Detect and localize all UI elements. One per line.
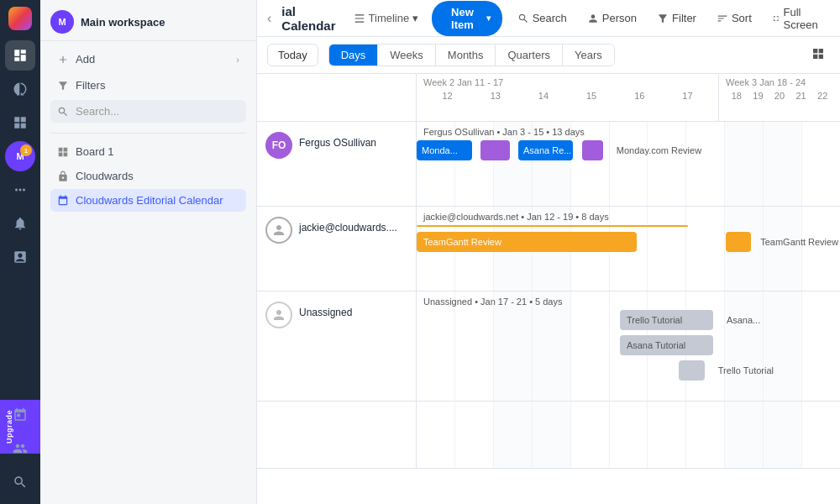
- tab-years[interactable]: Years: [563, 45, 614, 66]
- row-jackie: jackie@cloudwards....: [257, 207, 840, 291]
- sidebar-item-cloudwards[interactable]: Cloudwards: [50, 165, 246, 187]
- sidebar-header: M Main workspace: [40, 0, 256, 41]
- sidebar: M Main workspace Add › Filters Search...…: [40, 0, 257, 504]
- jackie-event-yellow2[interactable]: [726, 232, 751, 252]
- filter-action[interactable]: Filter: [648, 8, 705, 29]
- sort-action[interactable]: Sort: [708, 8, 760, 29]
- w2d1: 12: [423, 91, 471, 101]
- search-label: Search: [533, 12, 567, 24]
- jackie-event-teamgantt-label: TeamGantt Review: [755, 232, 840, 252]
- nav-home[interactable]: [5, 40, 35, 71]
- unassigned-event-grey-small[interactable]: [679, 360, 704, 381]
- calendar-toolbar: Today Days Weeks Months Quarters Years: [257, 37, 840, 74]
- app-logo[interactable]: [8, 7, 32, 30]
- nav-workspaces[interactable]: [5, 108, 35, 138]
- page-title: ial Calendar: [281, 4, 339, 33]
- unassigned-event-trello[interactable]: Trello Tutorial: [620, 310, 713, 330]
- jackie-bar-row: TeamGantt Review TeamGantt Review: [417, 232, 840, 254]
- search-field[interactable]: Search...: [50, 100, 246, 123]
- icon-bar-bottom: [5, 393, 35, 504]
- week2-header: Week 2 Jan 11 - 17 12 13 14 15 16 17: [417, 74, 719, 121]
- unassigned-events: Unassigned • Jan 17 - 21 • 5 days Trello…: [417, 291, 840, 387]
- notification-badge: 1: [20, 144, 32, 156]
- nav-search-bottom[interactable]: [5, 467, 35, 497]
- person-col-header: [257, 74, 417, 121]
- unassigned-bar-row2: Asana Tutorial: [417, 335, 840, 357]
- fergus-bar-row: Monda... Asana Re... Monday.com Review: [417, 140, 840, 162]
- topbar-actions: Search Person Filter Sort Full Screen: [509, 2, 830, 35]
- jackie-name: jackie@cloudwards....: [299, 217, 397, 234]
- empty-events-cell: [417, 402, 840, 468]
- view-tabs: Days Weeks Months Quarters Years: [328, 44, 615, 66]
- add-label: Add: [76, 53, 95, 66]
- unassigned-bar-row3: Trello Tutorial: [417, 360, 840, 382]
- unassigned-info: Unassigned • Jan 17 - 21 • 5 days: [417, 297, 840, 307]
- row-fergus: FO Fergus OSullivan: [257, 122, 840, 207]
- sort-label: Sort: [732, 12, 752, 24]
- nav-inbox[interactable]: [5, 242, 35, 272]
- add-button[interactable]: Add ›: [50, 48, 246, 71]
- fergus-event-mondayreview: Monday.com Review: [612, 140, 840, 160]
- fergus-name: Fergus OSullivan: [299, 132, 376, 149]
- tab-days[interactable]: Days: [329, 45, 379, 66]
- tab-weeks[interactable]: Weeks: [378, 45, 436, 66]
- new-item-caret: ▾: [486, 13, 491, 23]
- board1-label: Board 1: [76, 145, 114, 158]
- person-action[interactable]: Person: [579, 8, 645, 29]
- filters-label: Filters: [76, 79, 105, 92]
- unassigned-events-cell: Unassigned • Jan 17 - 21 • 5 days Trello…: [417, 291, 840, 401]
- week3-label: Week 3 Jan 18 - 24: [726, 77, 833, 87]
- nav-calendar-bottom[interactable]: [5, 400, 35, 430]
- w2d5: 16: [616, 91, 664, 101]
- fergus-events: Fergus OSullivan • Jan 3 - 15 • 13 days …: [417, 122, 840, 167]
- unassigned-bar-row1: Trello Tutorial Asana...: [417, 310, 840, 332]
- jackie-avatar: [265, 217, 292, 244]
- week3-header: Week 3 Jan 18 - 24 18 19 20 21 22: [719, 74, 840, 121]
- sidebar-item-cloudwards-cal[interactable]: Cloudwards Editorial Calendar: [50, 189, 246, 212]
- w2d2: 13: [471, 91, 519, 101]
- fergus-event-monday[interactable]: Monda...: [417, 140, 472, 160]
- fergus-events-cell: Fergus OSullivan • Jan 3 - 15 • 13 days …: [417, 122, 840, 206]
- w2d4: 15: [568, 91, 616, 101]
- new-item-label: New Item: [444, 6, 480, 31]
- workspace-avatar-bar[interactable]: M 1: [5, 141, 35, 171]
- person-label: Person: [602, 12, 637, 24]
- back-button[interactable]: ‹: [267, 11, 271, 26]
- filters-button[interactable]: Filters: [50, 74, 246, 97]
- sidebar-boards: Board 1 Cloudwards Cloudwards Editorial …: [40, 137, 256, 215]
- fergus-info: Fergus OSullivan • Jan 3 - 15 • 13 days: [417, 127, 840, 137]
- view-toggle-label: Timeline: [369, 12, 410, 24]
- calendar-grid: Week 2 Jan 11 - 17 12 13 14 15 16 17 Wee…: [257, 74, 840, 504]
- view-toggle-chevron: ▾: [412, 12, 418, 24]
- unassigned-event-asana-label: Asana...: [722, 310, 840, 330]
- fergus-event-purple1[interactable]: [480, 140, 510, 160]
- w3d5: 22: [811, 91, 833, 101]
- nav-notifications[interactable]: [5, 208, 35, 239]
- fergus-event-purple2[interactable]: [582, 140, 603, 160]
- today-button[interactable]: Today: [267, 44, 318, 66]
- week3-days: 18 19 20 21 22: [726, 91, 833, 101]
- tab-quarters[interactable]: Quarters: [496, 45, 563, 66]
- w3d3: 20: [769, 91, 790, 101]
- jackie-person-cell: jackie@cloudwards....: [257, 207, 417, 291]
- cloudwards-cal-label: Cloudwards Editorial Calendar: [76, 194, 223, 207]
- view-toggle[interactable]: Timeline ▾: [354, 12, 419, 24]
- fullscreen-action[interactable]: Full Screen: [764, 2, 830, 35]
- unassigned-person-cell: Unassigned: [257, 291, 417, 401]
- search-action[interactable]: Search: [509, 8, 575, 29]
- nav-activity[interactable]: [5, 74, 35, 104]
- unassigned-event-asana-tutorial[interactable]: Asana Tutorial: [620, 335, 713, 355]
- fergus-event-asana[interactable]: Asana Re...: [518, 140, 574, 160]
- new-item-button[interactable]: New Item ▾: [432, 1, 501, 36]
- icon-bar: M 1 Upgrade: [0, 0, 40, 504]
- sidebar-item-board1[interactable]: Board 1: [50, 140, 246, 163]
- fergus-avatar: FO: [265, 132, 292, 159]
- jackie-events-cell: jackie@cloudwards.net • Jan 12 - 19 • 8 …: [417, 207, 840, 291]
- nav-people[interactable]: [5, 433, 35, 464]
- tab-months[interactable]: Months: [436, 45, 496, 66]
- calendar-view-icon[interactable]: [806, 44, 830, 66]
- unassigned-name: Unassigned: [299, 302, 352, 318]
- jackie-event-teamgantt[interactable]: TeamGantt Review: [417, 232, 637, 252]
- w3d1: 18: [726, 91, 748, 101]
- nav-more[interactable]: [5, 175, 35, 205]
